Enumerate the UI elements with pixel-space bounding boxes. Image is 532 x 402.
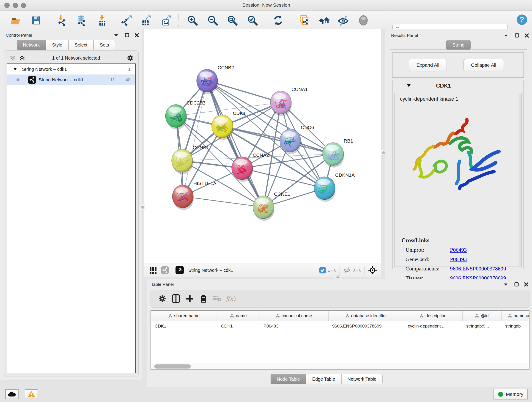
network-canvas[interactable]: CCNB2CCNA1CDC25BCDK1CDC6RB1CCNB1CCNA2CDK…	[144, 29, 381, 264]
warning-button[interactable]	[25, 389, 38, 399]
tab-edge-table[interactable]: Edge Table	[306, 374, 341, 384]
import-network-icon[interactable]	[57, 15, 68, 26]
horizontal-scrollbar[interactable]	[151, 363, 529, 370]
birds-eye-view-icon[interactable]	[176, 266, 184, 274]
close-panel-icon[interactable]	[525, 33, 529, 38]
column-header--id[interactable]: @id	[462, 311, 501, 321]
maximize-panel-icon[interactable]	[514, 282, 519, 287]
select-columns-icon[interactable]	[169, 292, 183, 305]
node-table[interactable]: shared namenamecanonical namedatabase id…	[151, 310, 530, 370]
entry-expander-icon[interactable]	[407, 84, 411, 87]
collapse-all-button[interactable]: Collapse All	[463, 59, 504, 71]
tab-sets[interactable]: Sets	[94, 40, 115, 50]
table-cell[interactable]: stringdb	[501, 324, 530, 329]
close-panel-icon[interactable]	[524, 282, 529, 287]
fit-content-icon[interactable]	[368, 266, 377, 275]
grid-view-icon[interactable]	[149, 266, 157, 274]
maximize-panel-icon[interactable]	[515, 33, 519, 38]
crosslink-link[interactable]: P06493	[450, 256, 467, 262]
add-column-icon[interactable]	[183, 292, 196, 305]
float-panel-icon[interactable]	[114, 34, 119, 37]
table-cell[interactable]: CDK1	[151, 324, 217, 329]
table-cell[interactable]: CDK1	[217, 324, 260, 329]
column-header-name[interactable]: name	[217, 311, 260, 321]
table-cell[interactable]: P06493	[260, 324, 329, 329]
expand-all-icon[interactable]	[19, 55, 25, 61]
node-label-CCNA2: CCNA2	[253, 153, 269, 158]
tab-select[interactable]: Select	[69, 40, 94, 50]
crosslink-link[interactable]: 9606.ENSP00000378699	[450, 266, 506, 272]
first-neighbors-icon[interactable]	[299, 15, 311, 26]
column-header-shared-name[interactable]: shared name	[151, 311, 217, 321]
tab-network-table[interactable]: Network Table	[341, 374, 383, 384]
title-bar: Session: New Session	[0, 0, 532, 11]
table-row[interactable]: CDK1CDK1P064939606.ENSP00000378699cyclin…	[151, 321, 529, 331]
crosslink-link[interactable]: P06493	[450, 247, 467, 253]
network-node-CDKN1A[interactable]: CDKN1A	[314, 172, 355, 202]
column-header-database-identifier[interactable]: database identifier	[329, 311, 404, 321]
expand-all-button[interactable]: Expand All	[409, 59, 447, 71]
table-panel: Table Panel f(x) shared n	[147, 279, 532, 387]
collapse-all-icon[interactable]	[10, 55, 16, 61]
tab-string[interactable]: String	[446, 40, 471, 50]
collection-count: 1	[128, 67, 131, 72]
column-type-icon	[508, 314, 512, 318]
import-database-icon[interactable]	[76, 15, 87, 26]
close-panel-icon[interactable]	[134, 33, 139, 38]
save-session-icon[interactable]	[31, 15, 42, 26]
network-node-HIST1H1A[interactable]: HIST1H1A	[172, 181, 216, 210]
window-title: Session: New Session	[0, 2, 532, 8]
home-icon[interactable]	[318, 15, 330, 26]
delete-column-icon[interactable]	[196, 292, 210, 305]
zoom-fit-icon[interactable]	[227, 15, 238, 26]
tab-network[interactable]: Network	[17, 40, 46, 50]
memory-button[interactable]: Memory	[494, 389, 528, 400]
maximize-panel-icon[interactable]	[125, 33, 129, 38]
zoom-in-icon[interactable]	[187, 15, 198, 26]
export-network-icon[interactable]	[121, 15, 133, 26]
help-icon[interactable]: ?	[516, 14, 528, 26]
tab-style[interactable]: Style	[46, 40, 68, 50]
cloud-button[interactable]	[5, 389, 19, 399]
collection-label: String Network – cdk1	[22, 67, 67, 72]
gear-icon[interactable]	[127, 55, 134, 61]
network-node-RB1[interactable]: RB1	[323, 138, 353, 167]
network-collection-row[interactable]: String Network – cdk1 1	[7, 64, 135, 75]
delete-table-icon[interactable]	[210, 292, 224, 305]
table-cell[interactable]: cyclin-dependent ...	[404, 324, 462, 329]
column-header-description[interactable]: description	[404, 311, 462, 321]
zoom-selected-icon[interactable]	[247, 15, 258, 26]
results-scrollbar[interactable]	[519, 94, 521, 266]
selected-count: 1 - 0	[328, 268, 336, 273]
table-tabs: Node TableEdge TableNetwork Table	[271, 374, 383, 384]
main-toolbar: ?	[0, 11, 532, 29]
expander-icon[interactable]	[13, 68, 17, 70]
network-node-CDK1[interactable]: CDK1	[212, 110, 246, 140]
left-splitter-handle[interactable]	[140, 204, 145, 210]
table-cell[interactable]: 9606.ENSP00000378699	[329, 324, 404, 329]
column-header-canonical-name[interactable]: canonical name	[260, 311, 329, 321]
open-file-icon[interactable]	[10, 15, 22, 26]
column-header-namespac[interactable]: namespac	[501, 311, 530, 321]
column-type-icon	[475, 314, 479, 318]
import-table-icon[interactable]	[97, 15, 108, 26]
show-all-icon[interactable]	[358, 15, 369, 26]
table-gear-icon[interactable]	[155, 292, 169, 305]
selected-checkbox-icon[interactable]	[319, 267, 326, 274]
network-graph[interactable]: CCNB2CCNA1CDC25BCDK1CDC6RB1CCNB1CCNA2CDK…	[144, 29, 381, 264]
export-image-icon[interactable]	[161, 15, 172, 26]
refresh-icon[interactable]	[272, 15, 284, 26]
scrollbar-thumb[interactable]	[154, 364, 191, 369]
network-node-CCNB2[interactable]: CCNB2	[196, 65, 234, 94]
export-table-icon[interactable]	[140, 15, 152, 26]
node-count: 11	[110, 77, 115, 83]
float-panel-icon[interactable]	[504, 34, 509, 37]
tab-node-table[interactable]: Node Table	[271, 374, 306, 384]
network-node-CCNA1[interactable]: CCNA1	[270, 87, 308, 116]
network-view-icon[interactable]	[161, 266, 169, 274]
network-row[interactable]: String Network – cdk1 11 48	[7, 75, 135, 85]
float-panel-icon[interactable]	[503, 283, 508, 286]
hide-selected-icon[interactable]	[337, 15, 349, 26]
table-cell[interactable]: stringdb:9...	[462, 324, 501, 329]
zoom-out-icon[interactable]	[207, 15, 218, 26]
